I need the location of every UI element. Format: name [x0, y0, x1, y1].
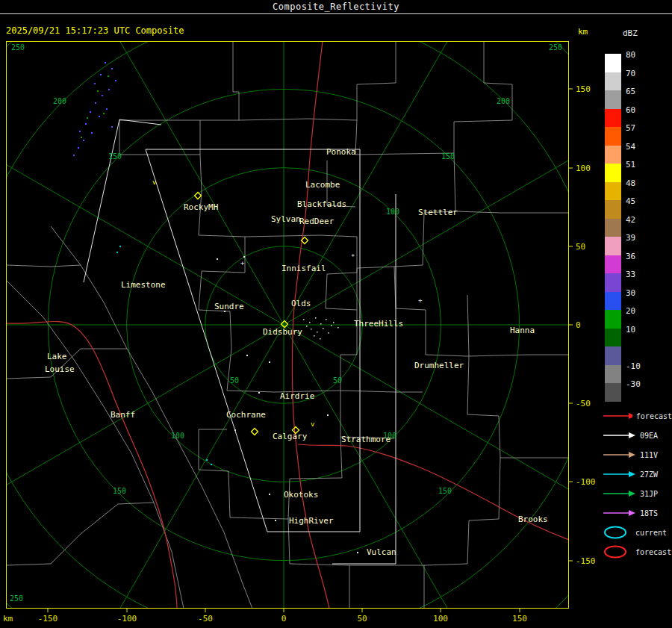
precip-echo [108, 89, 110, 90]
city-label-ponoka: Ponoka [326, 147, 356, 157]
scale-swatch [605, 310, 621, 329]
precip-echo [115, 80, 116, 81]
highway-1 [6, 321, 177, 609]
scale-value: 57 [626, 123, 635, 133]
city-label-louise: Louise [45, 364, 75, 374]
scale-row-42: 42 [602, 219, 671, 237]
highway-2 [298, 444, 569, 540]
scale-value: 70 [626, 69, 635, 78]
town-dot [269, 361, 270, 363]
ground-clutter [337, 327, 339, 329]
scale-row-20: 20 [602, 310, 671, 329]
storm-legend: forecast09EA111V27ZW31JP18TScurrentforec… [602, 406, 672, 562]
county-boundary-6 [467, 355, 569, 356]
reflectivity-scale: dBZ 80706560575451484542393633302010-10-… [602, 28, 671, 402]
precip-echo [108, 75, 109, 77]
ring-distance-label: 50 [333, 376, 342, 385]
legend-label: 27ZW [640, 470, 658, 479]
ring-distance-label: 250 [11, 43, 25, 52]
town-dot [357, 552, 358, 553]
county-boundary-2 [355, 41, 512, 155]
ground-clutter [320, 338, 321, 340]
window-titlebar: Composite_Reflectivity [0, 0, 672, 14]
arrow-icon [602, 411, 632, 420]
ground-clutter [331, 325, 332, 326]
y-axis-label-50: 50 [576, 242, 585, 252]
ring-distance-label: 250 [549, 43, 562, 52]
window-title: Composite_Reflectivity [273, 1, 399, 12]
scale-swatch [605, 219, 621, 237]
x-axis-label-150: 150 [512, 614, 527, 624]
arrow-icon [602, 431, 636, 440]
x-axis-unit-label: km [3, 614, 13, 624]
precip-echo [111, 126, 113, 128]
ellipse-icon [602, 544, 632, 559]
county-boundary-1 [239, 41, 396, 120]
precip-echo [211, 464, 212, 465]
legend-row-111v: 111V [602, 445, 672, 464]
precip-echo [94, 83, 96, 84]
legend-row-09ea: 09EA [602, 426, 672, 445]
scale-row-30: 30 [602, 292, 671, 311]
radial-line-240 [60, 41, 284, 325]
city-label-brooks: Brooks [518, 514, 548, 524]
scale-row-54: 54 [602, 146, 671, 164]
ring-distance-label: 100 [171, 432, 184, 440]
ground-clutter [309, 322, 311, 323]
county-boundary-5 [467, 295, 569, 458]
scale-row-33: 33 [602, 273, 671, 292]
scale-swatch [605, 72, 621, 91]
ring-distance-label: 150 [441, 152, 455, 161]
county-boundary-22 [357, 267, 394, 310]
legend-row-current-ellipse: current [602, 523, 672, 542]
county-boundary-13 [340, 391, 423, 392]
ground-clutter [320, 323, 322, 325]
county-boundary-7 [424, 458, 500, 609]
ring-distance-label: 150 [438, 487, 452, 495]
ground-clutter [328, 332, 329, 334]
city-label-lake: Lake [47, 352, 67, 361]
city-label-stettler: Stettler [418, 208, 458, 217]
legend-row-27zw: 27ZW [602, 464, 672, 484]
scale-swatch [605, 109, 621, 128]
precip-echo [81, 137, 82, 138]
city-label-limestone: Limestone [121, 280, 166, 290]
scale-swatch [605, 273, 621, 292]
map-glyph: + [418, 296, 423, 304]
arrow-icon [602, 509, 636, 517]
precip-echo [85, 123, 87, 125]
precip-echo [91, 132, 93, 134]
radial-line-120 [60, 325, 284, 628]
radial-line-150 [0, 325, 284, 549]
county-boundary-4 [394, 211, 467, 356]
map-glyph: v [311, 420, 314, 428]
scale-value: 60 [626, 105, 635, 115]
precip-echo [83, 140, 84, 141]
town-dot [217, 258, 218, 260]
city-label-sylvan: Sylvan [271, 214, 301, 224]
scale-value: -10 [626, 361, 641, 371]
y-axis-label-0: 0 [576, 320, 581, 330]
map-glyph: + [240, 259, 245, 267]
precip-echo [100, 74, 102, 75]
scale-value: 54 [626, 142, 635, 152]
radar-map-canvas[interactable]: 1502002501001502002505010015050100150250… [0, 41, 597, 628]
legend-label: 31JP [640, 490, 658, 498]
precip-echo [111, 68, 113, 69]
ground-clutter [317, 332, 318, 333]
city-label-rockymh: RockyMH [184, 202, 218, 212]
scale-row--30: -30 [602, 383, 671, 402]
legend-row-forecast: forecast [602, 406, 672, 426]
ground-clutter [311, 329, 312, 330]
city-label-sundre: Sundre [214, 302, 244, 311]
scale-swatch [605, 164, 621, 182]
legend-label: forecast [635, 548, 671, 556]
precip-echo [95, 102, 96, 104]
map-glyph: * [351, 253, 355, 261]
ground-clutter [315, 317, 317, 319]
scale-row-45: 45 [602, 200, 671, 219]
y-axis-label-150: 150 [576, 84, 591, 94]
radar-map[interactable]: 1502002501001502002505010015050100150250… [0, 41, 597, 628]
scale-value: 65 [626, 87, 635, 96]
ring-distance-label: 150 [113, 487, 126, 495]
